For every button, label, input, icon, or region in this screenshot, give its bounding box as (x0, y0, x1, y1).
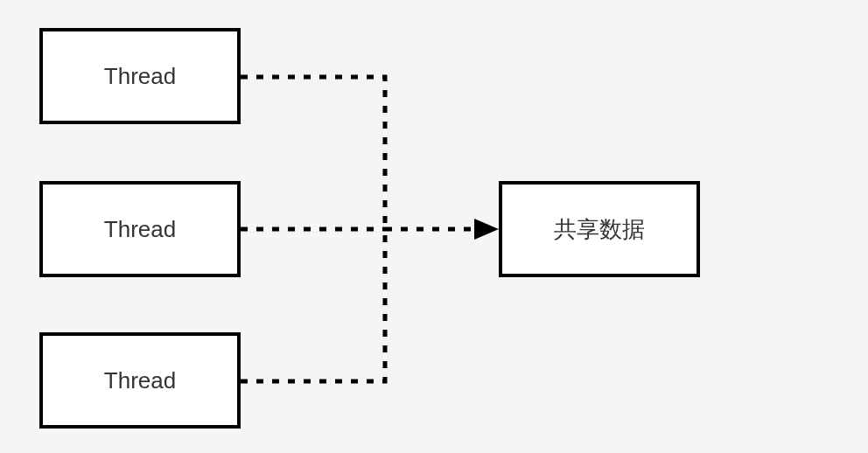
thread-label-2: Thread (104, 216, 176, 243)
shared-data-label: 共享数据 (554, 214, 645, 245)
thread-label-1: Thread (104, 63, 176, 90)
thread-box-3: Thread (39, 332, 241, 429)
thread-label-3: Thread (104, 367, 176, 394)
connector-thread-3 (241, 229, 385, 381)
thread-box-2: Thread (39, 181, 241, 277)
shared-data-box: 共享数据 (499, 181, 700, 277)
arrow-head-icon (474, 219, 499, 240)
thread-box-1: Thread (39, 28, 241, 124)
connector-thread-1 (241, 77, 385, 229)
